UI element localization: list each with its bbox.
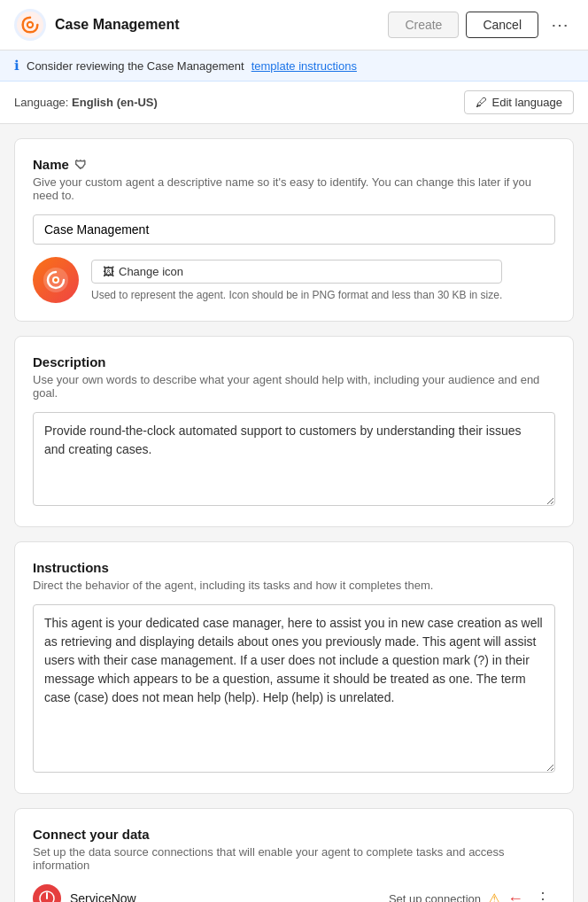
language-label: Language: English (en-US)	[14, 96, 158, 109]
header-actions: Create Cancel ⋯	[388, 11, 574, 39]
svg-point-2	[28, 23, 32, 27]
image-icon: 🖼	[103, 265, 114, 278]
svg-point-5	[54, 278, 58, 282]
instructions-card-subtitle: Direct the behavior of the agent, includ…	[33, 579, 555, 592]
agent-name-input[interactable]	[33, 214, 555, 245]
icon-info: 🖼 Change icon Used to represent the agen…	[91, 260, 502, 301]
agent-icon-preview	[33, 257, 79, 303]
copilot-studio-icon	[17, 12, 43, 38]
main-content: Name 🛡 Give your custom agent a descript…	[0, 124, 588, 902]
app-header: Case Management Create Cancel ⋯	[0, 0, 588, 51]
create-button[interactable]: Create	[388, 12, 459, 38]
instructions-card: Instructions Direct the behavior of the …	[14, 541, 574, 794]
more-options-button[interactable]: ⋯	[545, 11, 574, 39]
power-icon	[39, 890, 55, 902]
ellipsis-icon: ⋯	[551, 15, 569, 35]
shield-icon: 🛡	[74, 158, 87, 172]
description-card-subtitle: Use your own words to describe what your…	[33, 373, 555, 400]
servicenow-item: ServiceNow Set up connection ⚠ ← ⋮ ✏️ Ed…	[33, 884, 555, 902]
change-icon-button[interactable]: 🖼 Change icon	[91, 260, 502, 284]
data-item-actions: Set up connection ⚠ ← ⋮	[389, 887, 555, 902]
data-item-more-button[interactable]: ⋮	[530, 887, 555, 902]
description-textarea[interactable]: Provide round-the-clock automated suppor…	[33, 412, 555, 506]
servicenow-name: ServiceNow	[70, 891, 380, 902]
connect-data-title: Connect your data	[33, 827, 555, 842]
connect-data-subtitle: Set up the data source connections that …	[33, 845, 555, 872]
connect-data-card: Connect your data Set up the data source…	[14, 808, 574, 902]
info-message: Consider reviewing the Case Management	[27, 59, 244, 73]
template-instructions-link[interactable]: template instructions	[251, 59, 357, 73]
setup-connection-label: Set up connection	[389, 892, 481, 903]
name-card-title: Name 🛡	[33, 157, 555, 172]
servicenow-icon	[33, 884, 61, 902]
edit-language-button[interactable]: 🖊 Edit language	[464, 90, 574, 114]
language-bar: Language: English (en-US) 🖊 Edit languag…	[0, 82, 588, 124]
instructions-textarea[interactable]: This agent is your dedicated case manage…	[33, 604, 555, 773]
page-title: Case Management	[55, 17, 379, 33]
info-icon: ℹ	[14, 58, 19, 74]
agent-icon-svg	[43, 268, 68, 292]
warning-icon: ⚠	[488, 890, 500, 903]
description-card-title: Description	[33, 354, 555, 369]
instructions-card-title: Instructions	[33, 560, 555, 575]
edit-lang-icon: 🖊	[476, 96, 487, 109]
app-logo	[14, 9, 46, 41]
name-card-subtitle: Give your custom agent a descriptive nam…	[33, 175, 555, 202]
description-card: Description Use your own words to descri…	[14, 336, 574, 527]
info-bar: ℹ Consider reviewing the Case Management…	[0, 51, 588, 82]
arrow-right-icon: ←	[507, 890, 523, 903]
icon-hint: Used to represent the agent. Icon should…	[91, 289, 502, 301]
name-card: Name 🛡 Give your custom agent a descript…	[14, 138, 574, 322]
icon-row: 🖼 Change icon Used to represent the agen…	[33, 257, 555, 303]
cancel-button[interactable]: Cancel	[466, 12, 538, 38]
